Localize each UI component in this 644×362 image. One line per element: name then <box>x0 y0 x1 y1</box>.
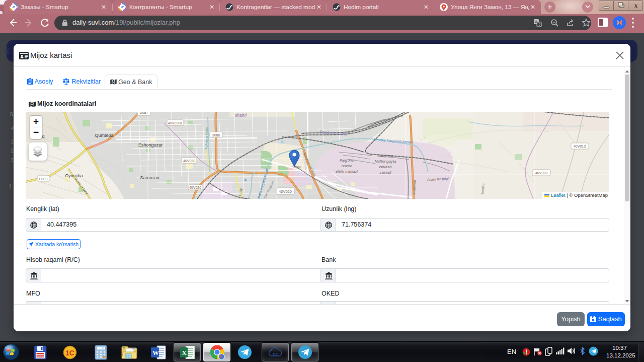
svg-text:Eshonguzar: Eshonguzar <box>138 142 163 148</box>
svg-text:Sarmozor: Sarmozor <box>140 175 159 180</box>
svg-text:Oyimcha: Oyimcha <box>65 173 83 178</box>
svg-text:40V013: 40V013 <box>574 144 586 148</box>
svg-text:40V020: 40V020 <box>279 189 292 194</box>
svg-text:40V020: 40V020 <box>535 171 547 175</box>
svg-text:Farg'ona: Farg'ona <box>377 154 393 158</box>
svg-text:1C: 1C <box>65 349 74 357</box>
svg-text:issiqlik: issiqlik <box>342 164 352 168</box>
svg-text:D093: D093 <box>39 177 48 181</box>
svg-text:D087: D087 <box>140 112 148 114</box>
svg-text:D086: D086 <box>212 133 220 137</box>
svg-text:40V030: 40V030 <box>183 159 195 163</box>
svg-text:1C:: 1C: <box>273 352 278 356</box>
svg-text:40V020: 40V020 <box>189 186 201 189</box>
svg-text:X: X <box>182 349 187 356</box>
svg-text:zavodi: zavodi <box>379 170 391 175</box>
svg-text:elektr markazi: elektr markazi <box>336 170 358 173</box>
svg-text:Farg'ona: Farg'ona <box>340 159 354 163</box>
svg-text:ishlash: ishlash <box>379 165 392 169</box>
svg-text:40V030a: 40V030a <box>168 121 182 125</box>
svg-text:Qumtepa: Qumtepa <box>95 133 113 138</box>
svg-text:文: 文 <box>538 23 541 27</box>
svg-text:Neftni qayta: Neftni qayta <box>375 159 396 164</box>
svg-text:shahri: shahri <box>235 113 247 118</box>
svg-text:W: W <box>152 349 159 356</box>
